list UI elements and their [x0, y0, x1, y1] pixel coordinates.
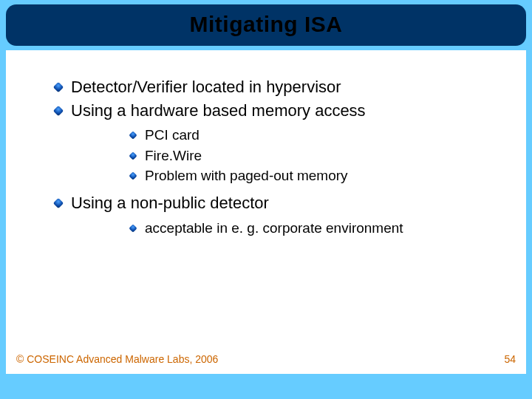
- list-item: acceptable in e. g. corporate environmen…: [71, 219, 508, 238]
- slide-title: Mitigating ISA: [6, 12, 526, 37]
- sub-bullet-list: PCI card Fire.Wire Problem with paged-ou…: [71, 126, 508, 185]
- slide-body: Detector/Verifier located in hypervisor …: [6, 50, 526, 374]
- page-number: 54: [504, 353, 516, 365]
- list-item: Detector/Verifier located in hypervisor: [24, 77, 508, 98]
- list-item: Using a non-public detector acceptable i…: [24, 193, 508, 237]
- list-item-text: Using a non-public detector: [71, 194, 269, 212]
- list-item: PCI card: [71, 126, 508, 145]
- list-item-text: Using a hardware based memory access: [71, 101, 366, 120]
- list-item: Using a hardware based memory access PCI…: [24, 100, 508, 186]
- bullet-list: Detector/Verifier located in hypervisor …: [24, 77, 508, 237]
- title-bar: Mitigating ISA: [6, 4, 526, 46]
- slide-footer: © COSEINC Advanced Malware Labs, 2006 54: [16, 353, 516, 365]
- copyright-text: © COSEINC Advanced Malware Labs, 2006: [16, 353, 218, 365]
- list-item: Problem with paged-out memory: [71, 167, 508, 185]
- list-item: Fire.Wire: [71, 147, 508, 166]
- sub-bullet-list: acceptable in e. g. corporate environmen…: [71, 219, 508, 238]
